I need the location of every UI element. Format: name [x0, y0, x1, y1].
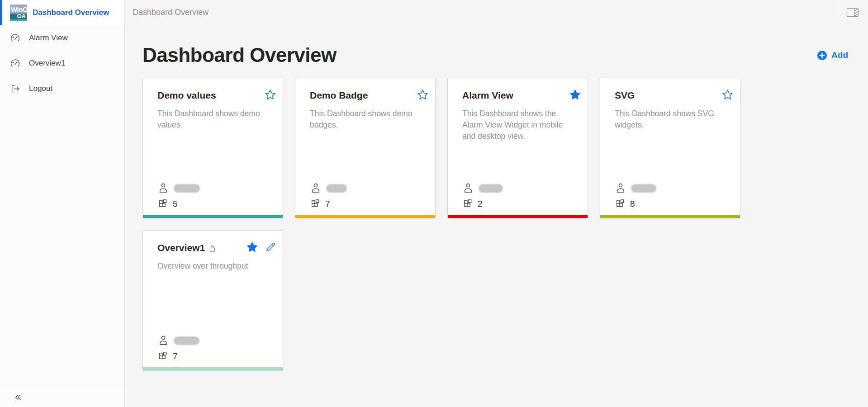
count-row: 8 — [615, 198, 656, 209]
content-header: Dashboard Overview Add — [142, 43, 848, 67]
sidebar-item-label: Alarm View — [29, 33, 68, 43]
sidebar-item-alarm-view[interactable]: Alarm View — [0, 25, 124, 51]
gauge-icon — [10, 33, 20, 43]
favorite-star-icon[interactable] — [569, 89, 581, 101]
card-title-wrap: Alarm View — [462, 90, 569, 101]
topbar-right-section — [837, 0, 868, 25]
collapse-sidebar-icon[interactable] — [14, 393, 22, 402]
card-description: This Dashboard shows demo badges. — [310, 108, 429, 131]
card-title: SVG — [615, 90, 635, 101]
card-accent-bar — [143, 215, 283, 218]
sidebar-nav: Alarm View Overview1 Logout — [0, 25, 124, 101]
favorite-star-icon[interactable] — [264, 89, 276, 101]
owner-row — [310, 182, 347, 194]
content: Dashboard Overview Add Demo values — [125, 25, 868, 407]
edit-pencil-icon[interactable] — [265, 241, 276, 253]
logo-text-top: WinC — [10, 5, 27, 14]
card-accent-bar — [600, 215, 740, 218]
sidebar-footer — [0, 387, 124, 407]
card-accent-bar — [295, 215, 435, 218]
card-icons — [264, 89, 276, 101]
owner-person-icon — [310, 182, 322, 194]
owner-row — [157, 335, 199, 346]
favorite-star-icon[interactable] — [721, 89, 734, 101]
widget-count: 5 — [173, 199, 178, 209]
card-footer: 8 — [615, 182, 656, 209]
owner-person-icon — [615, 182, 626, 194]
card-footer: 5 — [157, 182, 200, 209]
logout-icon — [10, 84, 20, 94]
layout-panel-icon[interactable] — [846, 8, 859, 17]
card-description: This Dashboard shows the Alarm View Widg… — [462, 108, 581, 142]
count-row: 7 — [310, 198, 347, 209]
widget-count: 8 — [630, 199, 635, 209]
card-title: Alarm View — [462, 90, 513, 101]
sidebar-active-item-label: Dashboard Overview — [33, 8, 109, 17]
widget-count: 7 — [325, 199, 330, 209]
dashboard-card-demo-badge[interactable]: Demo Badge This Dashboard shows demo bad… — [295, 78, 436, 218]
dashboard-card-alarm-view[interactable]: Alarm View This Dashboard shows the Alar… — [447, 78, 588, 218]
card-title: Overview1 — [157, 242, 205, 253]
add-button-label: Add — [831, 50, 848, 60]
sidebar-item-dashboard-overview[interactable]: WinC OA Dashboard Overview — [0, 0, 124, 25]
owner-row — [462, 182, 503, 194]
owner-person-icon — [462, 182, 474, 194]
widgets-grid-icon — [310, 198, 321, 209]
card-header: Alarm View — [462, 90, 581, 101]
app-window: WinC OA Dashboard Overview Alarm View Ov… — [0, 0, 868, 407]
topbar: Dashboard Overview — [125, 0, 868, 25]
logo-accent-strip — [10, 19, 27, 21]
card-description: Overview over throughput — [157, 260, 276, 272]
card-title-wrap: Overview1 — [157, 242, 246, 253]
owner-row — [615, 182, 656, 194]
widgets-grid-icon — [157, 350, 169, 362]
owner-name-redacted — [479, 184, 503, 193]
card-footer: 7 — [157, 335, 199, 362]
favorite-star-icon[interactable] — [417, 89, 429, 101]
widgets-grid-icon — [615, 198, 626, 209]
sidebar-item-overview1[interactable]: Overview1 — [0, 51, 124, 76]
sidebar-item-label: Overview1 — [29, 59, 65, 68]
card-header: Overview1 — [157, 242, 276, 253]
card-accent-bar — [448, 215, 588, 218]
card-title-wrap: Demo values — [157, 90, 264, 101]
widget-count: 7 — [173, 351, 178, 361]
add-button[interactable]: Add — [817, 50, 848, 61]
logo-text-bottom: OA — [10, 14, 27, 19]
sidebar-item-logout[interactable]: Logout — [0, 76, 124, 101]
gauge-icon — [10, 58, 20, 69]
card-header: Demo values — [157, 90, 276, 101]
sidebar: WinC OA Dashboard Overview Alarm View Ov… — [0, 0, 125, 407]
count-row: 7 — [157, 350, 199, 362]
widgets-grid-icon — [462, 198, 474, 209]
wincc-oa-logo: WinC OA — [10, 5, 27, 21]
card-icons — [721, 89, 734, 101]
card-accent-bar — [143, 367, 283, 370]
owner-name-redacted — [631, 184, 656, 193]
cards-grid: Demo values This Dashboard shows demo va… — [142, 78, 848, 371]
owner-row — [157, 182, 200, 194]
card-title-wrap: Demo Badge — [310, 90, 417, 101]
card-header: SVG — [615, 90, 734, 101]
card-footer: 2 — [462, 182, 503, 209]
dashboard-card-overview1[interactable]: Overview1 Overview over throughput 7 — [142, 230, 283, 371]
owner-name-redacted — [174, 184, 200, 193]
card-description: This Dashboard shows demo values. — [157, 108, 276, 131]
card-footer: 7 — [310, 182, 347, 209]
card-icons — [417, 89, 429, 101]
lock-icon — [208, 244, 217, 253]
card-icons — [569, 89, 581, 101]
card-header: Demo Badge — [310, 90, 429, 101]
card-description: This Dashboard shows SVG widgets. — [615, 108, 734, 131]
owner-person-icon — [157, 182, 169, 194]
card-title: Demo Badge — [310, 90, 368, 101]
page-title: Dashboard Overview — [142, 43, 337, 67]
favorite-star-icon[interactable] — [246, 241, 258, 253]
sidebar-item-label: Logout — [29, 84, 52, 93]
dashboard-card-svg[interactable]: SVG This Dashboard shows SVG widgets. 8 — [600, 78, 740, 218]
dashboard-card-demo-values[interactable]: Demo values This Dashboard shows demo va… — [142, 78, 283, 218]
plus-circle-icon — [817, 50, 827, 61]
card-icons — [246, 241, 276, 253]
owner-name-redacted — [174, 336, 199, 345]
widget-count: 2 — [478, 199, 483, 209]
